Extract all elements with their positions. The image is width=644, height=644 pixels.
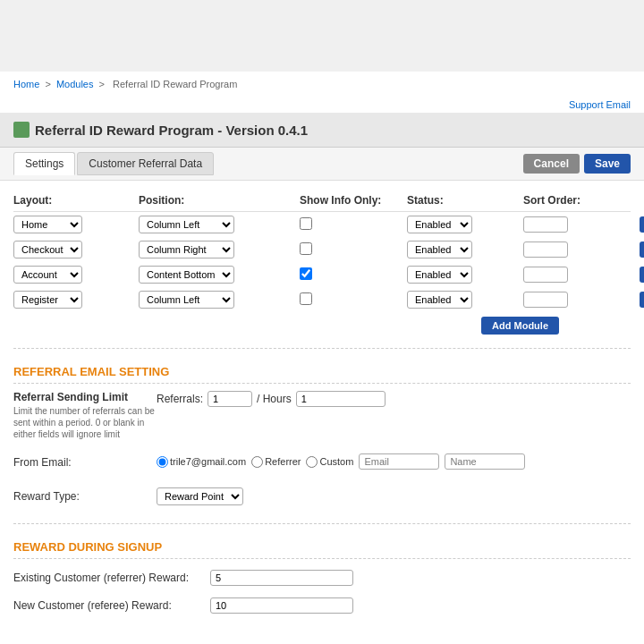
status-cell-3: EnabledDisabled bbox=[407, 266, 523, 284]
position-cell-4: Column LeftColumn RightContent TopConten… bbox=[139, 291, 300, 309]
show-info-cell-1 bbox=[300, 217, 407, 233]
cancel-button[interactable]: Cancel bbox=[523, 154, 580, 174]
referral-limit-controls: Referrals: / Hours bbox=[157, 391, 631, 407]
gift-icon bbox=[13, 122, 30, 138]
status-select-1[interactable]: EnabledDisabled bbox=[407, 216, 472, 233]
col-position: Position: bbox=[139, 194, 300, 207]
show-info-checkbox-3[interactable] bbox=[300, 267, 312, 280]
reward-signup-title: REWARD DURING SIGNUP bbox=[13, 533, 631, 559]
from-email-label: From Email: bbox=[13, 453, 157, 469]
action-cell-1: Remove bbox=[640, 216, 644, 233]
table-row: HomeCheckoutAccountRegister Column LeftC… bbox=[13, 212, 631, 237]
referrals-input[interactable] bbox=[208, 391, 252, 407]
layout-cell-4: HomeCheckoutAccountRegister bbox=[13, 291, 139, 309]
tab-customer-referral[interactable]: Customer Referral Data bbox=[77, 152, 214, 175]
remove-button-1[interactable]: Remove bbox=[640, 216, 644, 233]
custom-name-input[interactable] bbox=[445, 453, 525, 470]
referral-limit-row: Referral Sending Limit Limit the number … bbox=[13, 391, 631, 440]
save-button[interactable]: Save bbox=[584, 154, 631, 174]
existing-customer-label: Existing Customer (referrer) Reward: bbox=[13, 572, 210, 584]
sort-input-1[interactable] bbox=[523, 216, 568, 233]
show-info-checkbox-2[interactable] bbox=[300, 242, 312, 255]
sort-input-3[interactable] bbox=[523, 267, 568, 283]
new-customer-row: New Customer (referee) Reward: bbox=[13, 594, 631, 617]
reward-signup-section: REWARD DURING SIGNUP Existing Customer (… bbox=[13, 533, 631, 617]
existing-customer-row: Existing Customer (referrer) Reward: bbox=[13, 566, 631, 589]
position-select-3[interactable]: Column LeftColumn RightContent TopConten… bbox=[139, 266, 234, 284]
layout-select-1[interactable]: HomeCheckoutAccountRegister bbox=[13, 216, 82, 233]
main-content: Layout: Position: Show Info Only: Status… bbox=[0, 181, 644, 626]
col-status: Status: bbox=[407, 194, 523, 207]
layout-cell-1: HomeCheckoutAccountRegister bbox=[13, 216, 139, 233]
referral-limit-main-label: Referral Sending Limit bbox=[13, 391, 157, 403]
action-cell-3: Remove bbox=[640, 267, 644, 283]
new-customer-input[interactable] bbox=[210, 597, 353, 614]
remove-button-4[interactable]: Remove bbox=[640, 292, 644, 308]
show-info-checkbox-1[interactable] bbox=[300, 217, 312, 230]
action-cell-4: Remove bbox=[640, 292, 644, 308]
radio-referrer-text: Referrer bbox=[265, 456, 301, 467]
show-info-checkbox-4[interactable] bbox=[300, 292, 312, 305]
status-select-3[interactable]: EnabledDisabled bbox=[407, 266, 472, 284]
sort-cell-1 bbox=[523, 216, 640, 233]
layout-select-2[interactable]: HomeCheckoutAccountRegister bbox=[13, 241, 82, 258]
reward-type-select[interactable]: Reward Point Coupon Credit bbox=[157, 487, 243, 505]
sort-cell-2 bbox=[523, 242, 640, 258]
referral-limit-label-container: Referral Sending Limit Limit the number … bbox=[13, 391, 157, 440]
radio-default[interactable] bbox=[157, 456, 168, 468]
breadcrumb-home[interactable]: Home bbox=[13, 79, 39, 89]
divider-1 bbox=[13, 348, 631, 349]
position-select-4[interactable]: Column LeftColumn RightContent TopConten… bbox=[139, 291, 234, 309]
status-cell-4: EnabledDisabled bbox=[407, 291, 523, 309]
sort-cell-3 bbox=[523, 267, 640, 283]
status-cell-1: EnabledDisabled bbox=[407, 216, 523, 233]
table-row: HomeCheckoutAccountRegister Column LeftC… bbox=[13, 237, 631, 262]
status-cell-2: EnabledDisabled bbox=[407, 241, 523, 258]
col-show-info: Show Info Only: bbox=[300, 194, 407, 207]
new-customer-label: New Customer (referee) Reward: bbox=[13, 599, 210, 612]
referral-limit-desc: Limit the number of referrals can be sen… bbox=[13, 405, 157, 440]
tab-settings[interactable]: Settings bbox=[13, 152, 75, 175]
layout-select-3[interactable]: HomeCheckoutAccountRegister bbox=[13, 266, 82, 284]
hours-label: / Hours bbox=[257, 393, 292, 405]
hours-input[interactable] bbox=[296, 391, 386, 407]
support-email-link[interactable]: Support Email bbox=[569, 99, 631, 110]
reward-type-control: Reward Point Coupon Credit bbox=[157, 487, 631, 505]
radio-custom[interactable] bbox=[306, 456, 318, 468]
col-actions bbox=[640, 194, 644, 207]
col-layout: Layout: bbox=[13, 194, 139, 207]
custom-email-input[interactable] bbox=[359, 453, 439, 470]
sort-input-2[interactable] bbox=[523, 242, 568, 258]
sort-cell-4 bbox=[523, 292, 640, 308]
tabs: Settings Customer Referral Data bbox=[13, 152, 214, 175]
reward-type-row: Reward Type: Reward Point Coupon Credit bbox=[13, 483, 631, 510]
radio-custom-label: Custom bbox=[306, 456, 353, 468]
table-row: HomeCheckoutAccountRegister Column LeftC… bbox=[13, 287, 631, 312]
toolbar: Settings Customer Referral Data Cancel S… bbox=[0, 148, 644, 181]
remove-button-3[interactable]: Remove bbox=[640, 267, 644, 283]
sort-input-4[interactable] bbox=[523, 292, 568, 308]
radio-default-text: trile7@gmail.com bbox=[170, 456, 246, 467]
divider-2 bbox=[13, 523, 631, 524]
breadcrumb-modules[interactable]: Modules bbox=[56, 79, 94, 89]
reward-type-label: Reward Type: bbox=[13, 487, 157, 503]
position-cell-2: Column LeftColumn RightContent TopConten… bbox=[139, 241, 300, 258]
col-sort-order: Sort Order: bbox=[523, 194, 640, 207]
show-info-cell-4 bbox=[300, 292, 407, 308]
toolbar-buttons: Cancel Save bbox=[523, 154, 631, 174]
breadcrumb: Home > Modules > Referral ID Reward Prog… bbox=[0, 72, 644, 97]
status-select-4[interactable]: EnabledDisabled bbox=[407, 291, 472, 309]
existing-customer-input[interactable] bbox=[210, 570, 353, 586]
position-select-1[interactable]: Column LeftColumn RightContent TopConten… bbox=[139, 216, 234, 233]
table-header: Layout: Position: Show Info Only: Status… bbox=[13, 190, 631, 212]
status-select-2[interactable]: EnabledDisabled bbox=[407, 241, 472, 258]
position-cell-3: Column LeftColumn RightContent TopConten… bbox=[139, 266, 300, 284]
show-info-cell-3 bbox=[300, 267, 407, 283]
add-module-button[interactable]: Add Module bbox=[481, 317, 559, 335]
position-select-2[interactable]: Column LeftColumn RightContent TopConten… bbox=[139, 241, 234, 258]
page-header: Referral ID Reward Program - Version 0.4… bbox=[0, 113, 644, 148]
radio-referrer[interactable] bbox=[251, 456, 263, 468]
remove-button-2[interactable]: Remove bbox=[640, 242, 644, 258]
layout-select-4[interactable]: HomeCheckoutAccountRegister bbox=[13, 291, 82, 309]
layout-cell-2: HomeCheckoutAccountRegister bbox=[13, 241, 139, 258]
